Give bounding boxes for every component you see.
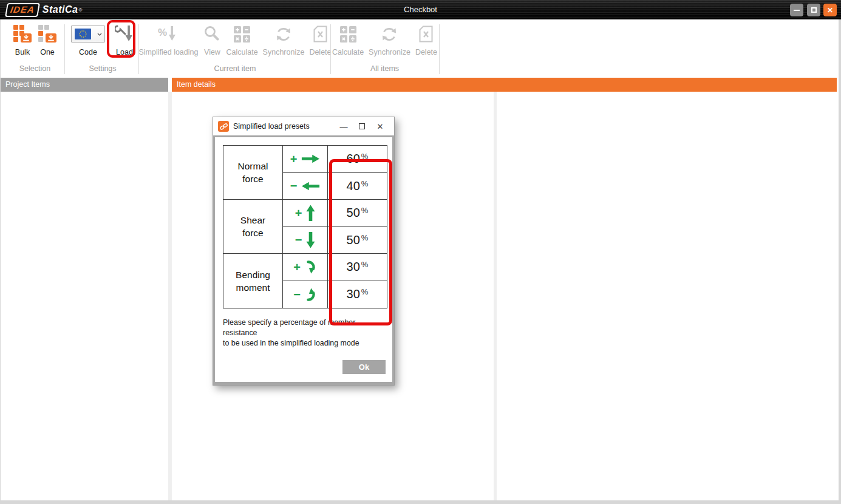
sync-arrows-icon (380, 21, 398, 47)
minus-sign: − (295, 234, 302, 246)
preset-value: 50 (347, 233, 360, 247)
group-label-all-items: All items (334, 64, 435, 76)
search-icon (203, 21, 221, 47)
calculator-icon (234, 21, 250, 47)
one-button-label: One (40, 48, 55, 56)
ribbon-group-current-item: % Simplified loading View (141, 19, 329, 76)
svg-text:%: % (158, 27, 167, 38)
bulk-selection-icon (13, 21, 32, 47)
minus-sign: − (290, 180, 298, 192)
calculate-all-button[interactable]: Calculate (330, 19, 366, 56)
delete-label: Delete (309, 48, 331, 56)
synchronize-label: Synchronize (263, 48, 305, 56)
view-label: View (204, 48, 220, 56)
dialog-note: Please specify a percentage of member re… (223, 318, 392, 349)
normal-force-positive-cell: + (283, 146, 328, 173)
checkbot-window: IDEA StatiCa® Checkbot ✕ (0, 0, 841, 504)
preset-value: 60 (347, 152, 360, 166)
bulk-button-label: Bulk (15, 48, 30, 56)
link-icon (218, 121, 229, 132)
delete-document-icon (419, 21, 433, 47)
dialog-note-line: to be used in the simplified loading mod… (223, 338, 392, 349)
window-titlebar[interactable]: IDEA StatiCa® Checkbot ✕ (0, 0, 841, 19)
preset-unit: % (361, 260, 369, 269)
plus-sign: + (290, 153, 298, 165)
one-button[interactable]: One (36, 19, 59, 56)
group-label-current-item: Current item (141, 64, 329, 76)
code-dropdown-box[interactable] (71, 26, 105, 43)
group-label-settings: Settings (69, 64, 137, 76)
preset-value-cell[interactable]: 40% (328, 173, 387, 200)
delete-all-button[interactable]: Delete (414, 19, 439, 56)
code-label: Code (79, 48, 97, 56)
dialog-close-button[interactable]: ✕ (371, 119, 389, 134)
calculate-label: Calculate (226, 48, 257, 56)
maximize-button[interactable] (807, 4, 820, 16)
chevron-down-icon (97, 33, 102, 36)
bulk-button[interactable]: Bulk (12, 19, 34, 56)
eu-flag-icon (75, 29, 91, 39)
one-selection-icon (38, 21, 57, 47)
simplified-load-presets-dialog: Simplified load presets — ✕ Normal force… (213, 117, 395, 386)
calculate-label: Calculate (332, 48, 364, 56)
delete-document-icon (313, 21, 327, 47)
dialog-minimize-button[interactable]: — (335, 119, 353, 134)
preset-value-cell[interactable]: 30% (328, 254, 387, 281)
panel-divider[interactable] (494, 92, 497, 500)
idea-logo-badge: IDEA (5, 3, 40, 17)
preset-unit: % (361, 287, 369, 296)
row-group-label: Bending moment (223, 254, 283, 308)
preset-value-cell[interactable]: 60% (328, 146, 387, 173)
code-dropdown[interactable]: Code (69, 19, 107, 56)
shear-force-negative-cell: − (283, 227, 328, 254)
panel-divider[interactable] (168, 92, 172, 500)
preset-unit: % (361, 233, 369, 242)
close-icon: ✕ (827, 6, 833, 15)
simplified-loading-button[interactable]: % Simplified loading (137, 19, 200, 56)
item-details-header: Item details (172, 78, 837, 92)
preset-value-cell[interactable]: 30% (328, 281, 387, 308)
preset-value-cell[interactable]: 50% (328, 200, 387, 227)
close-icon: ✕ (377, 122, 384, 131)
preset-value-cell[interactable]: 50% (328, 227, 387, 254)
minimize-icon: — (340, 122, 348, 131)
maximize-icon (811, 7, 817, 13)
idea-statica-logo: IDEA StatiCa® (6, 2, 82, 17)
synchronize-all-button[interactable]: Synchronize (367, 19, 412, 56)
ribbon-group-settings: Code Load Settings (69, 19, 137, 76)
rotate-ccw-icon (305, 287, 317, 302)
percent-down-arrow-icon: % (158, 21, 179, 47)
view-button[interactable]: View (201, 19, 223, 56)
calculate-current-button[interactable]: Calculate (224, 19, 259, 56)
preset-value: 50 (347, 206, 360, 220)
delete-current-button[interactable]: Delete (307, 19, 333, 56)
synchronize-current-button[interactable]: Synchronize (261, 19, 307, 56)
dialog-title: Simplified load presets (233, 122, 310, 131)
window-border-left (0, 19, 1, 504)
window-border-bottom (0, 500, 841, 504)
close-button[interactable]: ✕ (823, 4, 837, 16)
bending-moment-negative-cell: − (283, 281, 328, 308)
wrench-down-arrow-icon (115, 21, 134, 47)
load-label: Load (116, 48, 133, 56)
preset-unit: % (361, 179, 369, 188)
window-title: Checkbot (404, 0, 437, 19)
preset-unit: % (361, 206, 369, 215)
synchronize-label: Synchronize (369, 48, 410, 56)
ribbon-separator (64, 24, 65, 74)
sync-arrows-icon (274, 21, 293, 47)
logo-text-idea: IDEA (10, 4, 36, 15)
dialog-titlebar[interactable]: Simplified load presets — ✕ (213, 117, 394, 135)
group-label-selection: Selection (5, 64, 64, 76)
minimize-button[interactable] (790, 4, 803, 16)
maximize-icon (359, 123, 365, 129)
delete-label: Delete (415, 48, 437, 56)
load-button[interactable]: Load (113, 19, 136, 56)
row-group-label: Normal force (223, 146, 283, 200)
ok-button[interactable]: Ok (342, 360, 386, 374)
preset-unit: % (361, 152, 369, 161)
minimize-icon (794, 10, 800, 11)
preset-value: 30 (347, 260, 360, 274)
dialog-maximize-button[interactable] (353, 119, 371, 134)
shear-force-positive-cell: + (283, 200, 328, 227)
